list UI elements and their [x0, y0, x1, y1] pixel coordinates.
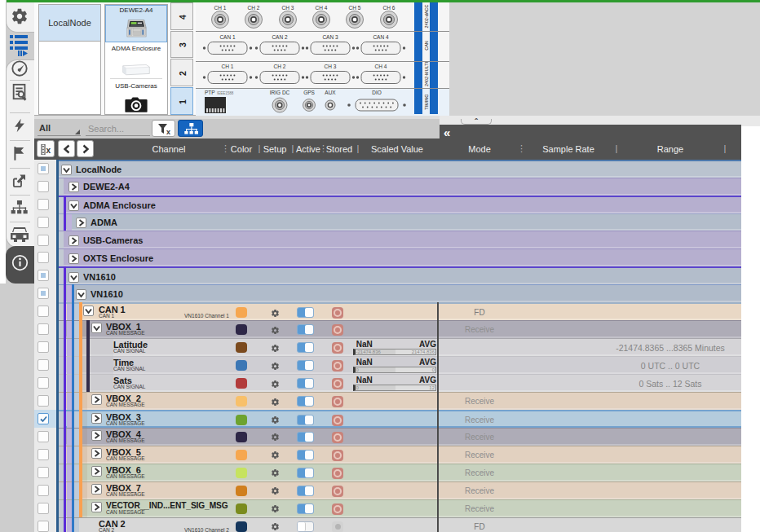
- svg-text:CH 3: CH 3: [325, 64, 337, 69]
- svg-text:CH 1: CH 1: [214, 5, 227, 11]
- svg-text:CH 1: CH 1: [222, 64, 234, 69]
- svg-text:x: x: [46, 146, 51, 155]
- svg-text:AUX: AUX: [325, 90, 336, 95]
- svg-text:CAN 2: CAN 2: [272, 34, 288, 40]
- svg-text:GPS: GPS: [303, 90, 315, 95]
- svg-text:CAN 3: CAN 3: [322, 34, 338, 40]
- svg-text:CH 2: CH 2: [274, 64, 286, 69]
- svg-text:PTP: PTP: [205, 90, 215, 95]
- svg-text:CH 4: CH 4: [316, 5, 328, 11]
- svg-text:CAN 4: CAN 4: [373, 34, 389, 40]
- svg-text:CH 6: CH 6: [383, 5, 395, 11]
- svg-text:IEEE1588: IEEE1588: [217, 91, 234, 95]
- svg-text:CH 4: CH 4: [375, 64, 387, 69]
- svg-text:IRIG DC: IRIG DC: [270, 90, 290, 95]
- svg-text:CH 5: CH 5: [349, 5, 361, 11]
- svg-text:CH 3: CH 3: [282, 5, 294, 11]
- svg-text:CH 2: CH 2: [248, 5, 260, 11]
- svg-text:DIO: DIO: [372, 90, 382, 95]
- svg-text:x: x: [166, 128, 170, 135]
- svg-text:CAN 1: CAN 1: [219, 34, 236, 40]
